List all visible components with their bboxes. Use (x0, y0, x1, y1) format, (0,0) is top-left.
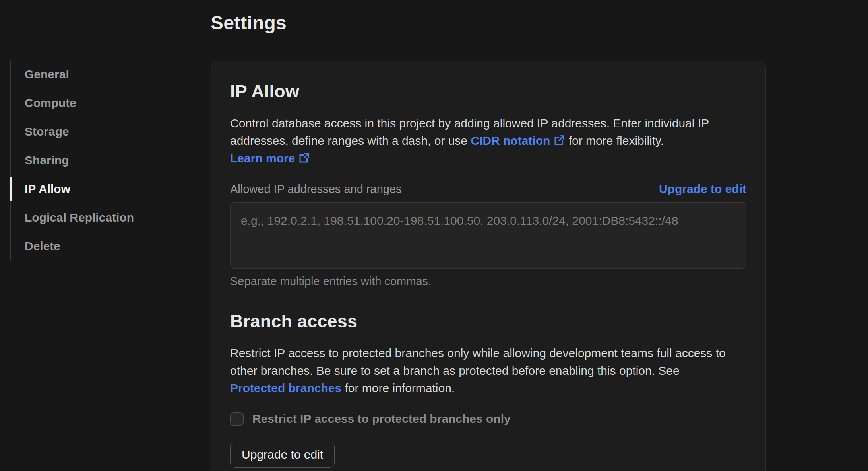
sidebar-item-storage[interactable]: Storage (25, 117, 211, 146)
restrict-ip-checkbox-row: Restrict IP access to protected branches… (230, 412, 746, 426)
settings-page: General Compute Storage Sharing IP Allow… (0, 0, 868, 471)
branch-access-description-text-2: for more information. (341, 381, 455, 395)
external-link-icon (553, 134, 565, 146)
branch-access-description: Restrict IP access to protected branches… (230, 344, 746, 397)
sidebar-item-label: Storage (25, 125, 69, 138)
learn-more-link-label: Learn more (230, 152, 295, 165)
branch-access-heading: Branch access (230, 311, 746, 332)
ip-field-header-row: Allowed IP addresses and ranges Upgrade … (230, 182, 746, 196)
restrict-ip-checkbox[interactable] (230, 412, 244, 426)
restrict-ip-checkbox-label: Restrict IP access to protected branches… (252, 412, 511, 426)
sidebar-item-delete[interactable]: Delete (25, 232, 211, 261)
settings-nav-list: General Compute Storage Sharing IP Allow… (10, 60, 211, 261)
ip-allow-description-text-2: for more flexibility. (565, 134, 664, 147)
ip-field-helper-text: Separate multiple entries with commas. (230, 275, 746, 288)
sidebar-item-ip-allow[interactable]: IP Allow (25, 175, 211, 203)
settings-sidebar: General Compute Storage Sharing IP Allow… (0, 0, 211, 471)
sidebar-item-compute[interactable]: Compute (25, 89, 211, 117)
upgrade-to-edit-button[interactable]: Upgrade to edit (230, 442, 335, 468)
learn-more-link[interactable]: Learn more (230, 152, 310, 165)
sidebar-item-general[interactable]: General (25, 60, 211, 89)
ip-allow-description: Control database access in this project … (230, 115, 746, 167)
sidebar-item-label: Compute (25, 96, 76, 110)
cidr-notation-link[interactable]: CIDR notation (471, 134, 565, 147)
page-title: Settings (211, 12, 766, 34)
sidebar-item-label: Logical Replication (25, 211, 134, 224)
cidr-notation-link-label: CIDR notation (471, 134, 550, 147)
protected-branches-link[interactable]: Protected branches (230, 381, 341, 395)
sidebar-item-label: IP Allow (25, 182, 70, 196)
ip-field-label: Allowed IP addresses and ranges (230, 183, 402, 196)
ip-allow-heading: IP Allow (230, 81, 746, 102)
sidebar-item-label: General (25, 68, 69, 81)
upgrade-to-edit-link[interactable]: Upgrade to edit (659, 182, 746, 196)
sidebar-item-label: Sharing (25, 154, 69, 167)
settings-main: Settings IP Allow Control database acces… (211, 0, 766, 471)
sidebar-item-label: Delete (25, 239, 60, 253)
sidebar-item-logical-replication[interactable]: Logical Replication (25, 203, 211, 232)
sidebar-item-sharing[interactable]: Sharing (25, 146, 211, 175)
ip-allow-card: IP Allow Control database access in this… (211, 61, 766, 471)
settings-nav: General Compute Storage Sharing IP Allow… (10, 60, 211, 261)
branch-access-description-text: Restrict IP access to protected branches… (230, 346, 726, 377)
external-link-icon (298, 152, 310, 164)
ip-addresses-textarea[interactable] (230, 202, 746, 269)
